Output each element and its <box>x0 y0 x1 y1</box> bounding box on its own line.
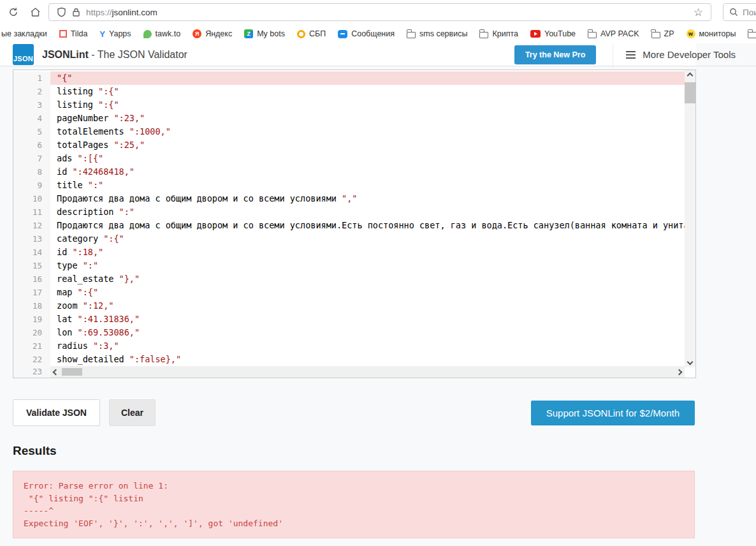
editor-line[interactable]: 5totalElements ":1000," <box>13 125 695 138</box>
bookmark-item[interactable]: ЯЯндекс <box>193 29 232 38</box>
code-line[interactable]: radius ":3," <box>50 339 685 353</box>
editor-line[interactable]: 2listing ":{" <box>13 85 695 98</box>
folder-icon <box>407 32 416 38</box>
bookmark-item[interactable]: Крипта <box>479 29 518 38</box>
bookmark-item[interactable]: wмониторы <box>687 29 736 38</box>
jsonlint-logo-text: JSON <box>13 55 33 63</box>
code-line[interactable]: Продаются два дома с общим двором и со в… <box>50 192 685 205</box>
support-jsonlint-button[interactable]: Support JSONLint for $2/Month <box>531 401 695 425</box>
code-line[interactable]: zoom ":12," <box>50 299 685 313</box>
error-line: -----^ <box>24 505 684 517</box>
code-line[interactable]: pageNumber ":23," <box>50 112 685 125</box>
code-line[interactable]: lat ":41.31836," <box>50 313 685 326</box>
code-line[interactable]: category ":{" <box>50 232 685 246</box>
code-line[interactable]: real_estate "}," <box>50 272 685 286</box>
youtube-icon <box>530 30 541 38</box>
clear-button[interactable]: Clear <box>109 399 156 426</box>
editor-line[interactable]: 7ads ":[{" <box>13 152 695 165</box>
horizontal-scrollbar-thumb[interactable] <box>62 368 82 376</box>
editor-line[interactable]: 11description ":" <box>13 205 695 219</box>
editor-line[interactable]: 22show_detailed ":false}," <box>13 353 695 366</box>
code-line[interactable]: totalElements ":1000," <box>50 125 685 138</box>
hamburger-icon <box>626 54 636 55</box>
editor-line[interactable]: 1"{" <box>13 71 695 85</box>
bookmark-item[interactable]: VK MUSIC <box>748 29 756 38</box>
bookmarks-bar: ые закладкиTildaYYappstawk.toЯЯндексZMy … <box>0 24 756 43</box>
json-editor[interactable]: 1"{"2listing ":{"3listing ":{"4pageNumbe… <box>13 70 696 378</box>
bookmark-item[interactable]: ZP <box>651 29 674 38</box>
bookmark-label: Яндекс <box>205 29 232 38</box>
vertical-scrollbar-thumb[interactable] <box>685 82 695 103</box>
editor-line[interactable]: 8id ":42468418," <box>13 165 695 179</box>
editor-lines[interactable]: 1"{"2listing ":{"3listing ":{"4pageNumbe… <box>13 71 695 378</box>
bookmark-item[interactable]: tawk.to <box>143 29 181 38</box>
bookmark-item[interactable]: YYapps <box>99 29 131 39</box>
editor-line[interactable]: 19lat ":41.31836," <box>13 313 695 326</box>
editor-line[interactable]: 12Продаются два дома с общим двором и со… <box>13 219 695 232</box>
scroll-up-icon[interactable] <box>685 70 695 81</box>
line-number: 3 <box>13 98 50 112</box>
editor-line[interactable]: 18zoom ":12," <box>13 299 695 313</box>
code-line[interactable]: title ":" <box>50 179 685 192</box>
editor-line[interactable]: 17map ":{" <box>13 286 695 299</box>
vertical-scrollbar[interactable] <box>685 70 695 367</box>
tawkto-icon <box>143 30 152 38</box>
bookmark-item[interactable]: Tilda <box>59 29 88 38</box>
messages-icon <box>338 30 347 38</box>
code-line[interactable]: type ":" <box>50 259 685 272</box>
bookmark-item[interactable]: AVP PACK <box>588 29 639 38</box>
code-line[interactable]: listing ":{" <box>50 85 685 98</box>
bookmark-star-icon[interactable]: ☆ <box>694 7 703 18</box>
code-line[interactable]: id ":42468418," <box>50 165 685 179</box>
code-line[interactable]: description ":" <box>50 205 685 219</box>
search-bar[interactable]: Пои <box>723 3 756 21</box>
home-icon[interactable] <box>27 4 43 20</box>
horizontal-scrollbar[interactable] <box>50 366 685 378</box>
code-line[interactable]: id ":18," <box>50 246 685 259</box>
editor-line[interactable]: 10Продаются два дома с общим двором и со… <box>13 192 695 205</box>
reload-icon[interactable] <box>5 4 22 20</box>
scroll-left-icon[interactable] <box>50 366 61 378</box>
try-new-pro-button[interactable]: Try the New Pro <box>514 45 596 64</box>
editor-line[interactable]: 16real_estate "}," <box>13 272 695 286</box>
bookmark-item[interactable]: sms сервисы <box>407 29 467 38</box>
code-line[interactable]: map ":{" <box>50 286 685 299</box>
editor-line[interactable]: 3listing ":{" <box>13 98 695 112</box>
lock-icon[interactable] <box>72 8 80 17</box>
scroll-right-icon[interactable] <box>674 366 685 378</box>
editor-line[interactable]: 15type ":" <box>13 259 695 272</box>
code-line[interactable]: lon ":69.53086," <box>50 326 685 339</box>
code-line[interactable]: "{" <box>50 71 685 85</box>
editor-line[interactable]: 21radius ":3," <box>13 339 695 353</box>
bookmark-label: sms сервисы <box>419 29 467 38</box>
folder-icon <box>651 32 660 38</box>
editor-line[interactable]: 9title ":" <box>13 179 695 192</box>
line-number: 20 <box>13 326 50 339</box>
code-line[interactable]: listing ":{" <box>50 98 685 112</box>
code-line[interactable]: show_detailed ":false}," <box>50 353 685 366</box>
editor-line[interactable]: 23 <box>13 366 695 378</box>
scroll-down-icon[interactable] <box>685 357 695 367</box>
editor-line[interactable]: 13category ":{" <box>13 232 695 246</box>
address-bar[interactable]: https:// jsonlint.com ☆ <box>48 3 711 21</box>
editor-line[interactable]: 6totalPages ":25," <box>13 138 695 152</box>
line-number: 13 <box>13 232 50 246</box>
bookmark-item[interactable]: Сообщения <box>338 29 395 38</box>
code-line[interactable]: totalPages ":25," <box>50 138 685 152</box>
bookmark-item[interactable]: ZMy bots <box>244 29 285 38</box>
code-line[interactable]: Продаются два дома с общим двором и со в… <box>50 219 685 232</box>
bookmark-item[interactable]: ые закладки <box>1 29 47 38</box>
jsonlint-logo[interactable]: JSON <box>13 44 34 65</box>
editor-line[interactable]: 20lon ":69.53086," <box>13 326 695 339</box>
bookmark-item[interactable]: СБП <box>297 29 326 38</box>
monitors-icon: w <box>687 29 695 38</box>
editor-line[interactable]: 14id ":18," <box>13 246 695 259</box>
line-number: 9 <box>13 179 50 192</box>
bookmark-item[interactable]: YouTube <box>530 29 576 38</box>
validate-json-button[interactable]: Validate JSON <box>13 399 100 426</box>
code-line[interactable]: ads ":[{" <box>50 152 685 165</box>
line-number: 18 <box>13 299 50 313</box>
shield-icon[interactable] <box>57 7 66 17</box>
more-developer-tools-menu[interactable]: More Developer Tools <box>613 43 747 66</box>
editor-line[interactable]: 4pageNumber ":23," <box>13 112 695 125</box>
